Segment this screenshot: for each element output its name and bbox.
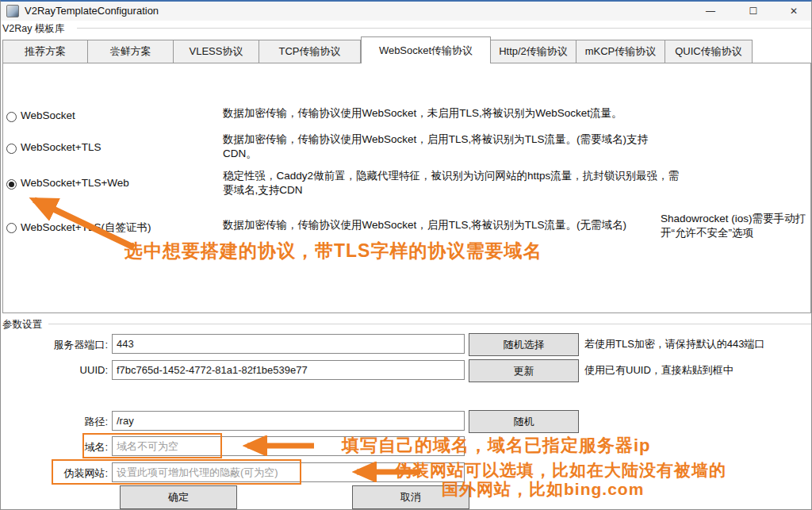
protocol-tip-annotation: 选中想要搭建的协议，带TLS字样的协议需要域名 (124, 239, 542, 263)
template-group-line (77, 28, 811, 29)
websocket-tls-web-description: 稳定性强，Caddy2做前置，隐藏代理特征，被识别为访问网站的https流量，抗… (223, 169, 681, 197)
minimize-button[interactable]: — (692, 2, 729, 21)
params-group-label: 参数设置 (2, 318, 45, 332)
websocket-description: 数据加密传输，传输协议使用WebSocket，未启用TLS,将被识别为WebSo… (223, 106, 681, 121)
title-bar: V2RayTemplateConfiguration — ☐ ✕ (1, 2, 811, 21)
ok-button[interactable]: 确定 (120, 485, 237, 509)
websocket-tls-description: 数据加密传输，传输协议使用WebSocket，启用TLS,将被识别为TLS流量。… (223, 132, 681, 161)
domain-arrow-annotation (225, 435, 319, 456)
port-note: 若使用TLS加密，请保持默认的443端口 (584, 337, 765, 351)
app-icon (6, 5, 19, 17)
radio-websocket-tls-label[interactable]: WebSocket+TLS (21, 141, 101, 153)
uuid-note: 使用已有UUID，直接粘贴到框中 (584, 363, 733, 378)
websocket-tls-selfsigned-description: 数据加密传输，传输协议使用WebSocket，启用TLS,将被识别为TLS流量。… (223, 218, 681, 232)
path-input[interactable] (112, 411, 465, 431)
update-uuid-button[interactable]: 更新 (469, 359, 579, 382)
close-button[interactable]: ✕ (776, 2, 812, 21)
tab-websocket[interactable]: WebSocket传输协议 (361, 36, 491, 63)
tab-recommended[interactable]: 推荐方案 (2, 40, 88, 63)
template-group-label: V2Ray 模板库 (2, 22, 68, 36)
domain-tip-annotation: 填写自己的域名，域名已指定服务器ip (342, 434, 651, 458)
maximize-button[interactable]: ☐ (735, 2, 772, 21)
tab-fresh[interactable]: 尝鲜方案 (88, 40, 174, 63)
tab-vless[interactable]: VLESS协议 (174, 40, 259, 63)
radio-websocket-label[interactable]: WebSocket (21, 109, 75, 121)
tab-http2[interactable]: Http/2传输协议 (491, 40, 576, 63)
window-title: V2RayTemplateConfiguration (25, 5, 159, 17)
uuid-input[interactable] (112, 360, 465, 380)
tab-quic[interactable]: QUIC传输协议 (665, 40, 753, 63)
tab-strip: 推荐方案 尝鲜方案 VLESS协议 TCP传输协议 WebSocket传输协议 … (2, 36, 753, 63)
server-port-label: 服务器端口: (17, 338, 108, 352)
protocol-arrow-annotation (6, 184, 144, 254)
domain-highlight-rect (82, 433, 222, 458)
app-window: V2RayTemplateConfiguration — ☐ ✕ V2Ray 模… (0, 0, 812, 510)
random-path-button[interactable]: 随机 (469, 410, 579, 433)
tab-tcp[interactable]: TCP传输协议 (259, 40, 361, 63)
tab-mkcp[interactable]: mKCP传输协议 (576, 40, 665, 63)
path-label: 路径: (17, 415, 108, 429)
server-port-input[interactable] (112, 334, 465, 354)
random-port-button[interactable]: 随机选择 (469, 333, 579, 356)
shadowrocket-note: Shadowrocket (ios)需要手动打开“允许不安全”选项 (661, 212, 812, 240)
uuid-label: UUID: (17, 364, 108, 376)
fake-site-highlight-rect (52, 459, 301, 485)
params-group-line (48, 324, 811, 324)
fake-site-tip-line2: 国外网站，比如bing.com (442, 478, 644, 500)
radio-websocket-tls[interactable] (6, 144, 17, 154)
radio-websocket[interactable] (6, 112, 17, 122)
